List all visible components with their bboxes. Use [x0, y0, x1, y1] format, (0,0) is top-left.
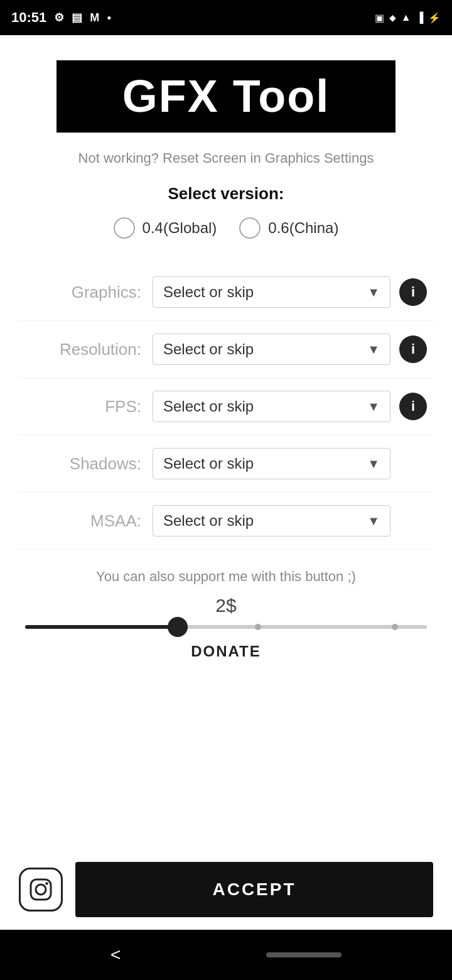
- fps-dropdown-arrow: ▼: [367, 400, 380, 414]
- version-china-option[interactable]: 0.6(China): [239, 217, 338, 239]
- resolution-label: Resolution:: [25, 340, 141, 359]
- version-china-label: 0.6(China): [268, 219, 338, 237]
- fps-row: FPS: Select or skip ▼ i: [19, 378, 433, 435]
- donate-slider-dot2: [392, 624, 398, 630]
- wifi-icon: ▲: [401, 12, 411, 23]
- svg-point-2: [45, 882, 48, 885]
- shadows-dropdown-arrow: ▼: [367, 457, 380, 471]
- donate-button[interactable]: DONATE: [191, 643, 261, 660]
- version-global-option[interactable]: 0.4(Global): [114, 217, 217, 239]
- instagram-icon[interactable]: [19, 868, 63, 912]
- shadows-dropdown-text: Select or skip: [163, 455, 254, 472]
- cell-signal-icon: ▐: [416, 12, 423, 23]
- donate-hint: You can also support me with this button…: [96, 569, 356, 585]
- nav-home-pill[interactable]: [266, 952, 342, 957]
- nav-back-button[interactable]: <: [110, 945, 121, 965]
- graphics-row: Graphics: Select or skip ▼ i: [19, 264, 433, 321]
- settings-section: Graphics: Select or skip ▼ i Resolution:…: [0, 264, 452, 550]
- sms-icon: ▤: [72, 11, 82, 24]
- msaa-label: MSAA:: [25, 511, 141, 531]
- fps-info-button[interactable]: i: [399, 393, 427, 420]
- donate-slider-fill: [25, 625, 178, 629]
- battery-icon: ⚡: [428, 12, 441, 24]
- version-options: 0.4(Global) 0.6(China): [114, 217, 339, 239]
- shadows-row: Shadows: Select or skip ▼: [19, 435, 433, 493]
- cast-icon: ▣: [375, 12, 384, 24]
- resolution-row: Resolution: Select or skip ▼ i: [19, 321, 433, 378]
- resolution-dropdown-text: Select or skip: [163, 340, 254, 358]
- status-icons-right: ▣ ◆ ▲ ▐ ⚡: [375, 12, 441, 24]
- svg-point-1: [36, 885, 46, 895]
- status-time: 10:51 ⚙ ▤ M ●: [11, 9, 112, 26]
- app-header-banner: GFX Tool: [56, 60, 396, 133]
- fps-label: FPS:: [25, 397, 141, 416]
- graphics-dropdown-text: Select or skip: [163, 283, 254, 301]
- dot-icon: ●: [107, 13, 111, 22]
- msaa-dropdown-arrow: ▼: [367, 514, 380, 528]
- accept-button[interactable]: ACCEPT: [75, 862, 433, 917]
- resolution-info-button[interactable]: i: [399, 335, 427, 363]
- reset-hint: Not working? Reset Screen in Graphics Se…: [60, 150, 393, 166]
- main-content: GFX Tool Not working? Reset Screen in Gr…: [0, 35, 452, 930]
- svg-rect-0: [31, 879, 51, 900]
- donate-slider-container[interactable]: [19, 625, 433, 629]
- radio-global[interactable]: [114, 217, 135, 239]
- radio-china[interactable]: [239, 217, 261, 239]
- donate-slider-dot1: [255, 624, 261, 630]
- shadows-dropdown[interactable]: Select or skip ▼: [153, 448, 390, 479]
- app-title: GFX Tool: [75, 72, 377, 121]
- donate-amount: 2$: [215, 595, 236, 616]
- resolution-dropdown[interactable]: Select or skip ▼: [153, 334, 390, 365]
- graphics-label: Graphics:: [25, 283, 141, 302]
- version-global-label: 0.4(Global): [143, 219, 217, 237]
- signal-arrow-icon: ◆: [389, 13, 396, 23]
- donate-section: You can also support me with this button…: [0, 550, 452, 673]
- graphics-dropdown-arrow: ▼: [367, 285, 380, 300]
- resolution-dropdown-arrow: ▼: [367, 342, 380, 357]
- gmail-icon: M: [90, 11, 99, 24]
- fps-dropdown-text: Select or skip: [163, 398, 254, 415]
- graphics-info-button[interactable]: i: [399, 278, 427, 306]
- donate-slider-track[interactable]: [25, 625, 427, 629]
- status-bar: 10:51 ⚙ ▤ M ● ▣ ◆ ▲ ▐ ⚡: [0, 0, 452, 35]
- donate-slider-thumb[interactable]: [168, 617, 188, 637]
- bottom-bar: ACCEPT: [0, 849, 452, 917]
- select-version-label: Select version:: [168, 184, 284, 204]
- msaa-dropdown-text: Select or skip: [163, 512, 254, 530]
- settings-icon: ⚙: [54, 11, 64, 24]
- shadows-label: Shadows:: [25, 454, 141, 474]
- time-display: 10:51: [11, 9, 46, 26]
- nav-bar: <: [0, 930, 452, 980]
- fps-dropdown[interactable]: Select or skip ▼: [153, 391, 390, 422]
- graphics-dropdown[interactable]: Select or skip ▼: [153, 276, 390, 308]
- msaa-row: MSAA: Select or skip ▼: [19, 493, 433, 550]
- msaa-dropdown[interactable]: Select or skip ▼: [153, 505, 390, 536]
